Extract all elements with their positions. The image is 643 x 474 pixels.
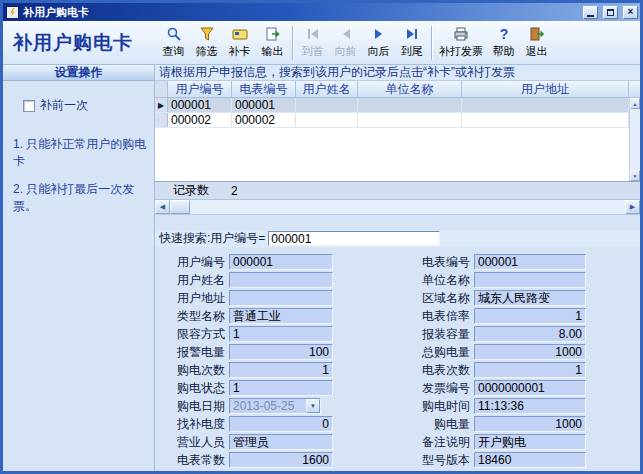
row-selector-cell: ▶: [155, 98, 168, 112]
toolbar: 查询 筛选 补卡 输出: [155, 21, 640, 64]
grid-cell: [296, 98, 358, 112]
toolbar-button[interactable]: 补卡: [223, 23, 256, 63]
field-value-box: 0000000001 ▼: [474, 380, 586, 396]
field-value: 11:13:36: [478, 399, 582, 413]
export-icon: [265, 26, 281, 42]
main-panel: 请根据用户申报信息，搜索到该用户的记录后点击“补卡”或补打发票 用户编号 电表编…: [155, 65, 640, 471]
toolbar-button[interactable]: 向后: [362, 23, 395, 63]
sidebar-body: 补前一次 1. 只能补正常用户的购电卡 2. 只能补打最后一次发票。: [3, 81, 154, 226]
field-label: 电表编号: [418, 254, 470, 271]
form-field-row: 营业人员 管理员 ▼: [173, 434, 333, 450]
field-label: 营业人员: [173, 434, 225, 451]
field-label: 区域名称: [418, 290, 470, 307]
checkbox-label: 补前一次: [40, 97, 88, 114]
grid-cell: 000001: [168, 98, 232, 112]
form-field-row: 报装容量 8.00 ▼: [418, 326, 586, 342]
field-value-box: 1 ▼: [229, 326, 333, 342]
record-detail-form: 用户编号 000001 ▼ 用户姓名 ▼: [155, 247, 640, 471]
grid-header-cell[interactable]: 电表编号: [232, 81, 296, 97]
field-value-box: 1 ▼: [474, 362, 586, 378]
replenish-previous-checkbox[interactable]: 补前一次: [23, 97, 148, 114]
field-value: 1600: [233, 453, 329, 467]
field-value-box: 1000 ▼: [474, 416, 586, 432]
app-window: 补用户购电卡 × 补用户购电卡 查询 筛选: [0, 0, 643, 474]
form-field-row: 用户编号 000001 ▼: [173, 254, 333, 270]
grid-vertical-scrollbar[interactable]: ▲ ▼: [629, 98, 640, 181]
grid-header-cell[interactable]: 用户编号: [168, 81, 232, 97]
field-value: 1: [478, 363, 582, 377]
field-label: 类型名称: [173, 308, 225, 325]
toolbar-button[interactable]: 向前: [329, 23, 362, 63]
grid-header-cell[interactable]: 单位名称: [358, 81, 462, 97]
grid-header-cell[interactable]: 用户地址: [462, 81, 629, 97]
checkbox-icon: [23, 100, 35, 112]
field-label: 用户编号: [173, 254, 225, 271]
help-icon: [496, 26, 512, 42]
toolbar-button[interactable]: 到首: [296, 23, 329, 63]
form-field-row: 备注说明 开户购电 ▼: [418, 434, 586, 450]
form-field-row: 购电量 1000 ▼: [418, 416, 586, 432]
field-label: 型号版本: [418, 452, 470, 469]
grid-horizontal-scrollbar[interactable]: ◀ ▶: [155, 200, 640, 215]
toolbar-button[interactable]: 帮助: [487, 23, 520, 63]
form-field-row: 购电日期 2013-05-25 ▼: [173, 398, 333, 414]
quick-search-bar: 快速搜索:用户编号=: [155, 230, 640, 247]
form-column-right: 电表编号 000001 ▼ 单位名称 ▼: [418, 254, 586, 470]
toolbar-button-label: 查询: [163, 44, 185, 59]
toolbar-button-label: 补打发票: [439, 44, 483, 59]
form-field-row: 单位名称 ▼: [418, 272, 586, 288]
field-label: 用户地址: [173, 290, 225, 307]
form-field-row: 电表次数 1 ▼: [418, 362, 586, 378]
grid-cell: 000002: [232, 113, 296, 127]
scroll-track[interactable]: [190, 200, 625, 214]
field-value-box: 管理员 ▼: [229, 434, 333, 450]
minimize-button[interactable]: [583, 6, 598, 19]
field-value-box: 8.00 ▼: [474, 326, 586, 342]
sidebar: 设置操作 补前一次 1. 只能补正常用户的购电卡 2. 只能补打最后一次发票。: [3, 65, 155, 471]
info-bar: 请根据用户申报信息，搜索到该用户的记录后点击“补卡”或补打发票: [155, 65, 640, 81]
window-title: 补用户购电卡: [23, 5, 578, 20]
maximize-icon: [607, 9, 614, 16]
field-value: 18460: [478, 453, 582, 467]
form-field-row: 区域名称 城东人民路变 ▼: [418, 290, 586, 306]
row-selector-cell: ▶: [155, 113, 168, 127]
grid-cell: [358, 98, 462, 112]
toolbar-button-label: 筛选: [196, 44, 218, 59]
toolbar-button[interactable]: 筛选: [190, 23, 223, 63]
toolbar-button[interactable]: 输出: [256, 23, 289, 63]
close-button[interactable]: ×: [623, 6, 638, 19]
grid-row[interactable]: ▶ 000001 000001: [155, 98, 629, 113]
field-value-box: 000001 ▼: [474, 254, 586, 270]
sidebar-tips: 1. 只能补正常用户的购电卡 2. 只能补打最后一次发票。: [13, 136, 148, 215]
grid-row[interactable]: ▶ 000002 000002: [155, 113, 629, 128]
field-value-box: 100 ▼: [229, 344, 333, 360]
scroll-left-button[interactable]: ◀: [155, 200, 170, 214]
grid-cell: 000001: [232, 98, 296, 112]
toolbar-group: 补打发票 帮助 退出: [435, 23, 553, 63]
field-value-box: ▼: [474, 272, 586, 288]
go-first-icon: [305, 26, 321, 42]
scroll-thumb[interactable]: [170, 200, 190, 214]
field-value: 100: [233, 345, 329, 359]
maximize-button[interactable]: [603, 6, 618, 19]
dropdown-arrow-icon: ▼: [306, 399, 320, 413]
field-value-box: 0 ▼: [229, 416, 333, 432]
toolbar-button[interactable]: 到尾: [395, 23, 428, 63]
quick-search-input[interactable]: [268, 231, 440, 246]
toolbar-button[interactable]: 补打发票: [435, 23, 487, 63]
scroll-down-button[interactable]: ▼: [630, 170, 640, 181]
toolbar-button[interactable]: 查询: [157, 23, 190, 63]
scroll-right-button[interactable]: ▶: [625, 200, 640, 214]
grid-header-cell[interactable]: 用户姓名: [296, 81, 358, 97]
toolbar-button[interactable]: 退出: [520, 23, 553, 63]
field-label: 限容方式: [173, 326, 225, 343]
toolbar-button-label: 到尾: [401, 44, 423, 59]
scroll-up-button[interactable]: ▲: [630, 98, 640, 109]
toolbar-button-label: 输出: [262, 44, 284, 59]
form-field-row: 用户地址 ▼: [173, 290, 333, 306]
row-pointer-icon: ▶: [158, 101, 164, 110]
grid-body: ▶ 000001 000001 ▶ 000002 000002: [155, 98, 640, 181]
form-field-row: 电表倍率 1 ▼: [418, 308, 586, 324]
form-field-row: 购电次数 1 ▼: [173, 362, 333, 378]
field-label: 报警电量: [173, 344, 225, 361]
